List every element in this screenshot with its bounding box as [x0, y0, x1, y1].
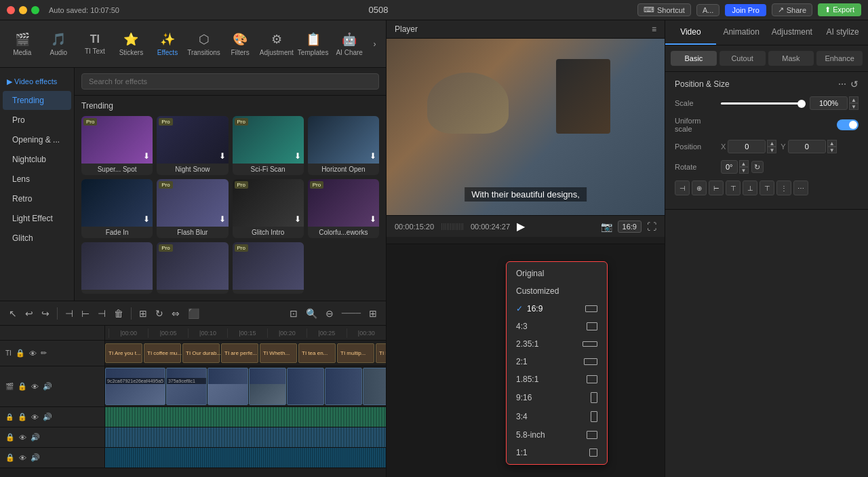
sidebar-item-retro[interactable]: Retro [3, 189, 71, 208]
effect-card-colorworks[interactable]: Pro ⬇ Colorfu...eworks [308, 179, 379, 238]
nav-adjustment[interactable]: ⚙ Adjustment [260, 25, 294, 63]
audio-vol-icon[interactable]: 🔊 [43, 413, 52, 421]
basic-tab-basic[interactable]: Basic [671, 51, 717, 66]
close-button[interactable] [7, 6, 15, 14]
rotate-down[interactable]: ▼ [739, 167, 749, 174]
split-button[interactable]: ⊣ [63, 306, 75, 321]
distribute-h-button[interactable]: ⋮ [776, 180, 791, 195]
align-left-button[interactable]: ⊢ [79, 306, 92, 321]
nav-audio[interactable]: 🎵 Audio [42, 25, 76, 63]
audio-vol-icon2[interactable]: 🔊 [31, 433, 40, 442]
video-clip[interactable]: 375a9cef8c1 [166, 368, 207, 405]
align-left-button[interactable]: ⊣ [675, 180, 690, 195]
screenshot-button[interactable]: 📷 [601, 221, 612, 232]
uniform-scale-toggle[interactable] [837, 119, 859, 130]
position-x[interactable]: 0 [728, 140, 766, 153]
video-clip[interactable] [363, 368, 386, 405]
fullscreen-timeline-button[interactable]: ⊞ [367, 306, 379, 321]
visibility-icon[interactable]: 👁 [31, 383, 39, 391]
visibility-icon2[interactable]: 👁 [31, 413, 39, 421]
flip-button[interactable]: ⇔ [170, 306, 182, 321]
aspect-item-16-9[interactable]: ✓ 16:9 [507, 300, 607, 318]
basic-tab-cutout[interactable]: Cutout [719, 51, 766, 66]
aspect-item-3-4[interactable]: 3:4 [507, 407, 607, 426]
aspect-item-1-1[interactable]: 1:1 [507, 444, 607, 461]
effect-card-super-spot[interactable]: Pro ⬇ Super... Spot [81, 116, 153, 175]
tab-video[interactable]: Video [665, 20, 716, 45]
user-avatar[interactable]: A... [696, 4, 720, 16]
search-input[interactable] [81, 73, 379, 90]
y-down[interactable]: ▼ [827, 147, 837, 153]
sidebar-item-glitch[interactable]: Glitch [3, 229, 71, 248]
text-clip[interactable]: TI coffee mu... [144, 343, 181, 363]
aspect-item-original[interactable]: Original [507, 265, 607, 282]
fullscreen-button[interactable]: ⛶ [647, 221, 656, 232]
scale-down[interactable]: ▼ [849, 103, 859, 110]
video-clip[interactable]: 9c2ca67921e26eaf4495a5 [105, 368, 165, 405]
lock-icon3[interactable]: 🔒 [5, 433, 15, 442]
video-clip[interactable] [208, 368, 248, 405]
nav-media[interactable]: 🎬 Media [5, 25, 39, 63]
align-top-button[interactable]: ⊤ [726, 180, 741, 195]
lock-icon4[interactable]: 🔒 [5, 453, 15, 462]
tab-adjustment[interactable]: Adjustment [767, 20, 818, 45]
nav-transitions[interactable]: ⬡ Transitions [187, 25, 221, 63]
aspect-item-4-3[interactable]: 4:3 [507, 318, 607, 335]
fit-button[interactable]: ⊡ [288, 306, 300, 321]
minimize-button[interactable] [19, 6, 27, 14]
text-clip[interactable]: TI tea en... [298, 343, 336, 363]
tab-ai-stylize[interactable]: AI stylize [817, 20, 868, 45]
rotate-value[interactable]: 0° [721, 160, 738, 174]
aspect-item-2-1[interactable]: 2:1 [507, 353, 607, 370]
align-bottom-button[interactable]: ⊤ [760, 180, 774, 195]
position-y[interactable]: 0 [788, 140, 826, 153]
scale-slider[interactable] [721, 102, 804, 104]
tab-animation[interactable]: Animation [716, 20, 767, 45]
sidebar-item-trending[interactable]: Trending [3, 91, 71, 110]
sidebar-item-light-effect[interactable]: Light Effect [3, 209, 71, 228]
basic-tab-mask[interactable]: Mask [768, 51, 814, 66]
aspect-item-1_85-1[interactable]: 1.85:1 [507, 370, 607, 388]
reset-button[interactable]: ↺ [850, 79, 859, 90]
sidebar-item-lens[interactable]: Lens [3, 170, 71, 189]
rotate-up[interactable]: ▲ [739, 160, 749, 167]
shortcut-button[interactable]: ⌨ Shortcut [637, 3, 691, 16]
zoom-out-button[interactable]: ⊖ [323, 306, 336, 321]
effect-card-row3-1[interactable] [81, 242, 153, 294]
sidebar-item-pro[interactable]: Pro [3, 111, 71, 130]
aspect-item-customized[interactable]: Customized [507, 282, 607, 300]
nav-ai-chars[interactable]: 🤖 AI Chare [332, 25, 366, 63]
join-pro-button[interactable]: Join Pro [725, 4, 766, 16]
scale-up[interactable]: ▲ [849, 96, 859, 103]
text-clip[interactable]: TI Wheth... [260, 343, 297, 363]
visibility-icon[interactable]: 👁 [29, 349, 37, 358]
redo-button[interactable]: ↪ [39, 306, 52, 321]
basic-tab-enhance[interactable]: Enhance [816, 51, 863, 66]
export-button[interactable]: ⬆ Export [818, 3, 861, 16]
x-down[interactable]: ▼ [767, 147, 776, 153]
distribute-v-button[interactable]: ⋯ [793, 180, 808, 195]
effect-card-flash-blur[interactable]: Pro ⬇ Flash Blur [157, 179, 228, 238]
zoom-in-button[interactable]: 🔍 [304, 306, 319, 321]
lock-icon[interactable]: 🔒 [18, 382, 27, 391]
text-clip[interactable]: TI Our durab... [182, 343, 220, 363]
effect-card-night-snow[interactable]: Pro ⬇ Night Snow [157, 116, 228, 175]
align-right-button[interactable]: ⊣ [96, 306, 108, 321]
lock-icon2[interactable]: 🔒 [18, 413, 27, 421]
effect-card-fade-in[interactable]: ⬇ Fade In [81, 179, 153, 238]
x-up[interactable]: ▲ [767, 140, 776, 147]
align-center-h-button[interactable]: ⊕ [692, 180, 707, 195]
text-clip[interactable]: TI multip... [337, 343, 374, 363]
video-clip[interactable] [249, 368, 286, 405]
cursor-tool[interactable]: ↖ [7, 306, 19, 321]
effect-card-glitch-intro[interactable]: Pro ⬇ Glitch Intro [233, 179, 304, 238]
effect-card-horizont-open[interactable]: ⬇ Horizont Open [308, 116, 379, 175]
nav-stickers[interactable]: ⭐ Stickers [115, 25, 149, 63]
text-clip[interactable]: TI are perfe... [221, 343, 258, 363]
aspect-item-9-16[interactable]: 9:16 [507, 388, 607, 407]
undo-button[interactable]: ↩ [23, 306, 35, 321]
nav-more-button[interactable]: › [369, 25, 380, 63]
effect-card-row3-2[interactable]: Pro [157, 242, 228, 294]
audio-icon[interactable]: 🔊 [43, 382, 52, 391]
nav-effects[interactable]: ✨ Effects [151, 25, 184, 63]
